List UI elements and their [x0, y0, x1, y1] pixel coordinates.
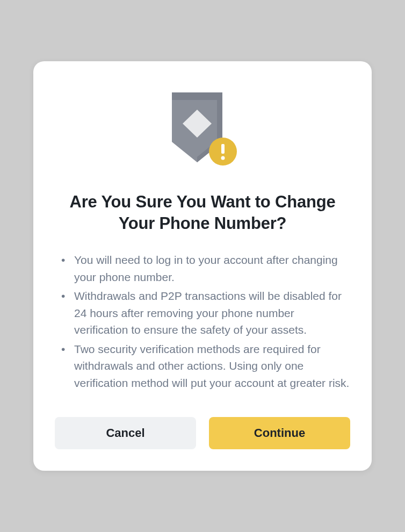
svg-point-3: [221, 156, 225, 160]
shield-warning-icon: [162, 88, 243, 174]
continue-button[interactable]: Continue: [209, 417, 350, 449]
modal-title: Are You Sure You Want to Change Your Pho…: [55, 191, 350, 235]
modal-button-row: Cancel Continue: [55, 417, 350, 449]
modal-icon-wrapper: [55, 88, 350, 174]
svg-rect-0: [172, 92, 222, 100]
list-item: Two security verification methods are re…: [59, 341, 350, 392]
cancel-button[interactable]: Cancel: [55, 417, 196, 449]
list-item: Withdrawals and P2P transactions will be…: [59, 287, 350, 339]
modal-bullet-list: You will need to log in to your account …: [55, 251, 350, 391]
confirmation-modal: Are You Sure You Want to Change Your Pho…: [33, 61, 372, 471]
list-item: You will need to log in to your account …: [59, 251, 350, 285]
svg-rect-2: [221, 144, 225, 154]
